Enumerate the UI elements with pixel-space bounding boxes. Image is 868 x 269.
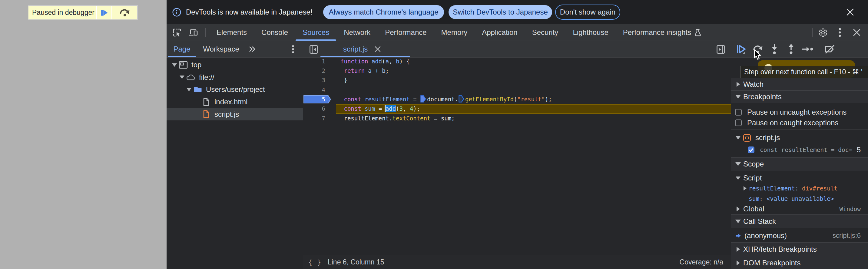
scope-script-group[interactable]: Script xyxy=(731,173,868,183)
code-editor[interactable]: 1 function add(a, b) { 2 return a + b; 3… xyxy=(303,58,731,255)
step-into-button[interactable] xyxy=(768,43,781,56)
breakpoint-file-group[interactable]: script.js xyxy=(731,132,868,144)
editor-sidebar-divider[interactable] xyxy=(731,41,731,269)
frame-icon xyxy=(179,61,188,69)
code-token: resultElement xyxy=(340,115,389,122)
tab-performance[interactable]: Performance xyxy=(378,24,434,41)
line-number[interactable]: 2 xyxy=(303,66,336,76)
expander-right-icon[interactable] xyxy=(736,247,741,252)
scope-var-sum[interactable]: sum: <value unavailable> xyxy=(731,193,868,204)
more-options-button[interactable] xyxy=(833,26,846,39)
expander-down-icon[interactable] xyxy=(180,76,184,79)
breakpoints-section-header[interactable]: Breakpoints xyxy=(731,91,868,103)
navigator-tab-page[interactable]: Page xyxy=(168,41,196,57)
line-number[interactable]: 1 xyxy=(303,58,336,66)
tree-item-script-js[interactable]: script.js xyxy=(166,108,303,120)
line-number[interactable]: 7 xyxy=(303,114,336,123)
tab-console[interactable]: Console xyxy=(254,24,295,41)
breakpoint-line-number[interactable]: 5 xyxy=(303,95,336,104)
device-toolbar-button[interactable] xyxy=(189,28,197,37)
tab-sources[interactable]: Sources xyxy=(295,24,337,41)
code-token xyxy=(340,96,344,103)
code-line-5[interactable]: 5 const resultElement = document.getElem… xyxy=(303,95,731,104)
close-tab-button[interactable] xyxy=(373,45,382,54)
file-icon xyxy=(202,98,211,106)
expander-down-icon[interactable] xyxy=(736,162,741,166)
breakpoint-list: script.js const resultElement = doc⋯ 5 xyxy=(731,130,868,158)
step-out-button[interactable] xyxy=(784,43,798,56)
checkbox-unchecked[interactable] xyxy=(735,109,742,115)
expander-right-icon[interactable] xyxy=(736,207,741,211)
deactivate-breakpoints-button[interactable] xyxy=(824,43,837,56)
line-number[interactable]: 4 xyxy=(303,85,336,95)
code-line-1[interactable]: 1 function add(a, b) { xyxy=(303,58,731,66)
banner-step-over-button[interactable] xyxy=(112,6,137,20)
tree-item-index-html[interactable]: index.html xyxy=(166,96,303,108)
always-match-language-button[interactable]: Always match Chrome's language xyxy=(323,5,444,19)
expander-right-icon[interactable] xyxy=(743,186,747,190)
navigator-more-options-button[interactable] xyxy=(288,44,298,54)
code-line-7[interactable]: 7 resultElement.textContent = sum; xyxy=(303,114,731,123)
scope-global-group[interactable]: Global Window xyxy=(731,204,868,214)
more-tabs-button[interactable] xyxy=(247,44,257,54)
navigator-editor-divider[interactable] xyxy=(303,41,303,269)
tree-item-file-protocol[interactable]: file:// xyxy=(166,71,303,84)
tab-elements[interactable]: Elements xyxy=(209,24,254,41)
dont-show-again-button[interactable]: Don't show again xyxy=(555,4,620,20)
line-number[interactable]: 6 xyxy=(303,104,336,113)
step-into-icon xyxy=(770,43,779,55)
pretty-print-button[interactable]: { } xyxy=(308,259,322,266)
tab-memory[interactable]: Memory xyxy=(434,24,475,41)
tab-application[interactable]: Application xyxy=(474,24,525,41)
paused-code-line[interactable]: 6 const sum = add(3, 4); xyxy=(303,104,731,113)
expander-down-icon[interactable] xyxy=(736,220,741,223)
banner-resume-button[interactable] xyxy=(96,6,112,20)
switch-devtools-japanese-button[interactable]: Switch DevTools to Japanese xyxy=(448,5,552,19)
tab-performance-insights[interactable]: Performance insights xyxy=(616,24,709,41)
toggle-navigator-button[interactable] xyxy=(309,45,318,54)
tab-security[interactable]: Security xyxy=(525,24,566,41)
call-stack-frame[interactable]: (anonymous) script.js:6 xyxy=(731,231,868,241)
line-number[interactable]: 3 xyxy=(303,76,336,85)
pause-caught-row[interactable]: Pause on caught exceptions xyxy=(731,117,868,128)
navigator-tab-workspace[interactable]: Workspace xyxy=(199,41,243,57)
toggle-debugger-sidebar-button[interactable] xyxy=(716,45,725,54)
code-line-4[interactable]: 4 xyxy=(303,85,731,95)
step-button[interactable] xyxy=(801,43,814,56)
tab-lighthouse[interactable]: Lighthouse xyxy=(565,24,615,41)
code-line-2[interactable]: 2 return a + b; xyxy=(303,66,731,76)
expander-down-icon[interactable] xyxy=(736,177,741,180)
pause-uncaught-row[interactable]: Pause on uncaught exceptions xyxy=(731,107,868,117)
inline-breakpoint-candidate-icon[interactable] xyxy=(459,95,464,103)
breakpoint-entry[interactable]: const resultElement = doc⋯ 5 xyxy=(731,144,868,156)
settings-button[interactable] xyxy=(816,26,830,39)
checkbox-checked[interactable] xyxy=(748,146,754,153)
checkbox-unchecked[interactable] xyxy=(735,119,742,126)
triangle-shape xyxy=(737,82,740,87)
debugger-sidebar: Watch Breakpoints Pause on uncaught exce… xyxy=(731,41,868,269)
infobar-close-button[interactable] xyxy=(845,8,855,17)
scope-section-header[interactable]: Scope xyxy=(731,158,868,170)
inspect-element-button[interactable] xyxy=(173,28,181,37)
expander-down-icon[interactable] xyxy=(736,95,741,99)
expander-right-icon[interactable] xyxy=(736,261,741,265)
code-line-3[interactable]: 3 } xyxy=(303,76,731,85)
expander-right-icon[interactable] xyxy=(736,82,741,87)
tree-item-project-folder[interactable]: Users/user/project xyxy=(166,83,303,96)
dom-breakpoints-header[interactable]: DOM Breakpoints xyxy=(731,256,868,269)
inline-breakpoint-active-icon[interactable] xyxy=(421,95,426,103)
tree-item-top[interactable]: top xyxy=(166,59,303,71)
scope-var-resultelement[interactable]: resultElement: div#result xyxy=(731,183,868,193)
expander-down-icon[interactable] xyxy=(187,88,191,91)
devtools-window: DevTools is now available in Japanese! A… xyxy=(166,0,868,269)
xhr-breakpoints-header[interactable]: XHR/fetch Breakpoints xyxy=(731,243,868,256)
call-stack-section-header[interactable]: Call Stack xyxy=(731,215,868,228)
expander-down-icon[interactable] xyxy=(172,63,177,67)
tab-network[interactable]: Network xyxy=(337,24,378,41)
watch-section-header[interactable]: Watch xyxy=(731,78,868,90)
dom-breakpoints-section: DOM Breakpoints xyxy=(731,256,868,269)
expander-down-icon[interactable] xyxy=(736,136,741,139)
resume-script-button[interactable] xyxy=(735,43,748,56)
devtools-close-button[interactable] xyxy=(850,26,864,39)
editor-tab-script-js[interactable]: script.js xyxy=(320,41,410,57)
